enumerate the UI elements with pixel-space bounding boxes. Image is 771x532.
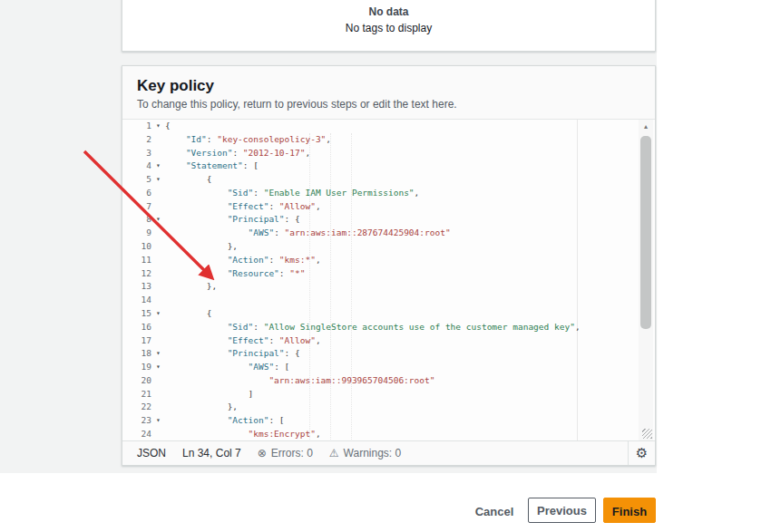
- line-number: 2: [122, 133, 151, 147]
- code-text: "Effect": "Allow",: [165, 334, 321, 348]
- line-number: 7: [122, 200, 151, 214]
- code-line-18[interactable]: 18▾ "Principal": {: [122, 347, 655, 361]
- line-number: 23: [122, 414, 151, 428]
- code-line-11[interactable]: 11 "Action": "kms:*",: [122, 254, 655, 267]
- code-text: "Resource": "*": [165, 267, 305, 281]
- code-line-15[interactable]: 15▾ {: [122, 307, 655, 321]
- line-number: 14: [122, 294, 151, 307]
- line-number: 18: [122, 347, 151, 361]
- code-text: "Principal": {: [165, 213, 300, 227]
- code-line-5[interactable]: 5▾ {: [122, 173, 655, 187]
- fold-arrow-icon[interactable]: ▾: [151, 160, 165, 173]
- errors-status: ⊗ Errors: 0: [258, 447, 313, 459]
- page: No data No tags to display Key policy To…: [0, 0, 771, 532]
- code-line-13[interactable]: 13 },: [122, 280, 655, 294]
- fold-arrow-icon[interactable]: ▾: [151, 307, 165, 321]
- scroll-up-icon[interactable]: ▴: [639, 121, 653, 132]
- line-number: 12: [122, 267, 151, 281]
- code-text: "Id": "key-consolepolicy-3",: [165, 133, 331, 147]
- line-number: 20: [122, 374, 151, 388]
- policy-json-editor[interactable]: 1▾{2 "Id": "key-consolepolicy-3",3 "Vers…: [122, 120, 655, 441]
- fold-arrow-icon[interactable]: ▾: [151, 361, 165, 374]
- editor-resize-handle[interactable]: [642, 429, 652, 439]
- fold-arrow-icon[interactable]: ▾: [151, 414, 165, 428]
- code-line-8[interactable]: 8▾ "Principal": {: [122, 213, 655, 227]
- code-text: "Effect": "Allow",: [165, 200, 321, 214]
- warnings-count-label: Warnings: 0: [344, 447, 402, 459]
- error-circle-icon: ⊗: [258, 447, 267, 459]
- code-line-2[interactable]: 2 "Id": "key-consolepolicy-3",: [122, 133, 655, 147]
- line-number: 11: [122, 254, 151, 267]
- code-line-22[interactable]: 22 },: [122, 401, 655, 414]
- line-number: 13: [122, 280, 151, 294]
- code-line-9[interactable]: 9 "AWS": "arn:aws:iam::287674425904:root…: [122, 227, 655, 240]
- code-line-3[interactable]: 3 "Version": "2012-10-17",: [122, 147, 655, 160]
- errors-count-label: Errors: 0: [271, 447, 313, 459]
- line-number: 22: [122, 401, 151, 414]
- line-number: 6: [122, 187, 151, 200]
- code-text: {: [165, 173, 212, 187]
- code-lines: 1▾{2 "Id": "key-consolepolicy-3",3 "Vers…: [122, 120, 655, 441]
- code-line-6[interactable]: 6 "Sid": "Enable IAM User Permissions",: [122, 187, 655, 200]
- code-text: },: [165, 240, 238, 254]
- editor-settings-cell[interactable]: ⚙: [628, 441, 655, 465]
- line-number: 19: [122, 361, 151, 374]
- cancel-button[interactable]: Cancel: [466, 498, 522, 523]
- code-text: "arn:aws:iam::993965704506:root": [165, 374, 434, 388]
- line-number: 1: [122, 120, 151, 133]
- line-number: 10: [122, 240, 151, 254]
- code-line-1[interactable]: 1▾{: [122, 120, 655, 133]
- line-number: 15: [122, 307, 151, 321]
- key-policy-title: Key policy: [137, 77, 637, 95]
- code-line-12[interactable]: 12 "Resource": "*": [122, 267, 655, 281]
- finish-button[interactable]: Finish: [603, 498, 656, 523]
- key-policy-card: Key policy To change this policy, return…: [122, 65, 656, 466]
- previous-button[interactable]: Previous: [528, 498, 596, 523]
- code-text: },: [165, 280, 217, 294]
- line-number: 8: [122, 213, 151, 227]
- code-text: "kms:Encrypt",: [165, 428, 321, 441]
- code-line-16[interactable]: 16 "Sid": "Allow SingleStore accounts us…: [122, 321, 655, 334]
- gear-icon[interactable]: ⚙: [636, 445, 648, 461]
- code-line-4[interactable]: 4▾ "Statement": [: [122, 160, 655, 173]
- code-text: "AWS": "arn:aws:iam::287674425904:root": [165, 227, 451, 240]
- scrollbar-thumb[interactable]: [640, 136, 651, 329]
- line-number: 3: [122, 147, 151, 160]
- code-text: "Statement": [: [165, 160, 259, 173]
- code-line-19[interactable]: 19▾ "AWS": [: [122, 361, 655, 374]
- fold-arrow-icon[interactable]: ▾: [151, 347, 165, 361]
- fold-arrow-icon[interactable]: ▾: [151, 173, 165, 187]
- key-policy-header: Key policy To change this policy, return…: [122, 66, 655, 120]
- tags-empty-card: No data No tags to display: [122, 0, 656, 52]
- code-line-7[interactable]: 7 "Effect": "Allow",: [122, 200, 655, 214]
- code-text: ]: [165, 388, 253, 401]
- line-number: 5: [122, 173, 151, 187]
- code-line-24[interactable]: 24 "kms:Encrypt",: [122, 428, 655, 441]
- code-text: "AWS": [: [165, 361, 289, 374]
- warning-triangle-icon: ⚠: [329, 447, 339, 459]
- code-line-23[interactable]: 23▾ "Action": [: [122, 414, 655, 428]
- line-number: 4: [122, 160, 151, 173]
- line-number: 17: [122, 334, 151, 348]
- code-text: "Version": "2012-10-17",: [165, 147, 310, 160]
- no-data-label: No data: [122, 5, 655, 18]
- code-line-14[interactable]: 14: [122, 294, 655, 307]
- code-text: },: [165, 401, 238, 414]
- code-line-17[interactable]: 17 "Effect": "Allow",: [122, 334, 655, 348]
- code-line-20[interactable]: 20 "arn:aws:iam::993965704506:root": [122, 374, 655, 388]
- line-number: 24: [122, 428, 151, 441]
- language-label: JSON: [137, 447, 166, 459]
- code-text: "Action": "kms:*",: [165, 254, 321, 267]
- code-text: "Action": [: [165, 414, 285, 428]
- no-tags-message: No tags to display: [122, 22, 655, 34]
- editor-scrollbar[interactable]: ▴: [639, 120, 653, 441]
- line-number: 21: [122, 388, 151, 401]
- fold-arrow-icon[interactable]: ▾: [151, 213, 165, 227]
- code-line-10[interactable]: 10 },: [122, 240, 655, 254]
- code-text: "Principal": {: [165, 347, 300, 361]
- key-policy-description: To change this policy, return to previou…: [137, 98, 637, 111]
- fold-arrow-icon[interactable]: ▾: [151, 120, 165, 133]
- code-text: "Sid": "Allow SingleStore accounts use o…: [165, 321, 581, 334]
- code-text: {: [165, 120, 171, 133]
- code-line-21[interactable]: 21 ]: [122, 388, 655, 401]
